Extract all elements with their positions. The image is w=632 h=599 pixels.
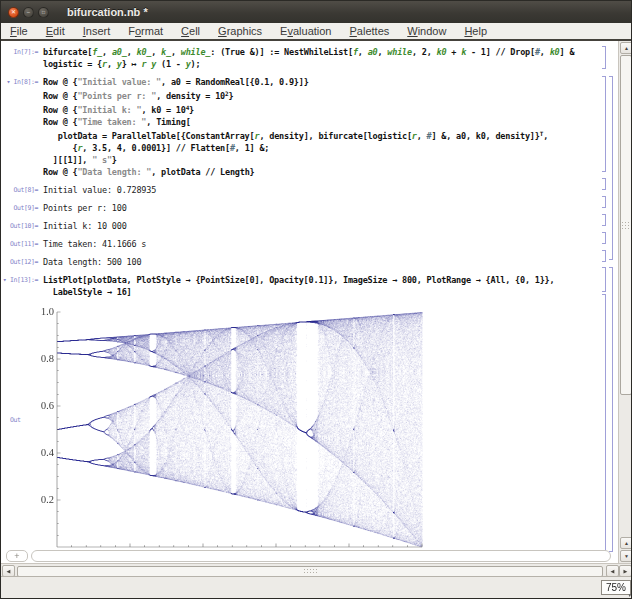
scroll-right-icon: ▶ — [624, 569, 628, 574]
code-line[interactable]: plotData = ParallelTable[{ConstantArray[… — [43, 128, 601, 142]
cell-bracket[interactable] — [602, 76, 606, 172]
cell-bracket[interactable] — [602, 250, 606, 262]
minimize-button[interactable]: − — [23, 7, 34, 18]
code-line[interactable]: Row @ {"Initial k: ", k0 = 104} — [43, 102, 601, 116]
cell-group-bracket[interactable] — [609, 267, 613, 552]
code-line[interactable]: {r, 3.5, 4, 0.0001}] // Flatten[#, 1] &; — [43, 142, 601, 154]
output-text: Data length: 500 100 — [43, 256, 601, 268]
cell-label: Out[9]= — [1, 204, 38, 212]
cell-bracket[interactable] — [602, 46, 606, 69]
cell-label: ▾ In[13]:= — [1, 276, 38, 284]
titlebar: ✕ − □ bifurcation.nb * — [1, 1, 631, 23]
notebook-cells: In[7]:=bifurcate[f_, a0_, k0_, k_, while… — [1, 41, 601, 563]
cell-label: Out[11]= — [1, 240, 38, 248]
bifurcation-plot[interactable] — [21, 304, 435, 562]
cell-bracket[interactable] — [602, 178, 606, 190]
cell-bracket[interactable] — [602, 214, 606, 226]
code-line[interactable]: ListPlot[plotData, PlotStyle → {PointSiz… — [43, 274, 601, 286]
cell-bracket[interactable] — [602, 196, 606, 208]
menu-help[interactable]: Help — [455, 24, 496, 39]
code-line[interactable]: bifurcate[f_, a0_, k0_, k_, while_: (Tru… — [43, 46, 601, 58]
scrollbar-grip — [303, 568, 317, 575]
insert-cell-plus-button[interactable]: + — [6, 550, 28, 562]
input-cell[interactable]: In[7]:=bifurcate[f_, a0_, k0_, k_, while… — [1, 46, 601, 70]
code-line[interactable]: Row @ {"Time taken: ", Timing[ — [43, 116, 601, 128]
input-cell[interactable]: ▾ In[13]:=ListPlot[plotData, PlotStyle →… — [1, 274, 601, 298]
scroll-down-icon: ▼ — [624, 554, 629, 559]
output-cell: Out[10]=Initial k: 10 000 — [1, 220, 601, 232]
plus-icon: + — [14, 551, 19, 561]
notebook-bottom-bar[interactable] — [31, 550, 611, 562]
window-title: bifurcation.nb * — [67, 6, 148, 18]
scroll-up-icon: ▲ — [624, 46, 629, 51]
menu-cell[interactable]: Cell — [172, 24, 209, 39]
statusbar: 75% ▾ — [1, 576, 632, 598]
code-line[interactable]: Row @ {"Data length: ", plotData // Leng… — [43, 166, 601, 178]
app-window: ✕ − □ bifurcation.nb * FileEditInsertFor… — [0, 0, 632, 599]
cell-label: Out[8]= — [1, 186, 38, 194]
menu-window[interactable]: Window — [398, 24, 455, 39]
menu-edit[interactable]: Edit — [37, 24, 74, 39]
code-line[interactable]: Row @ {"Points per r: ", density = 102} — [43, 88, 601, 102]
scroll-up-button-bottom[interactable]: ▲ — [620, 537, 632, 549]
cell-label: Out[12]= — [1, 258, 38, 266]
close-button[interactable]: ✕ — [8, 7, 19, 18]
vertical-scrollbar-thumb[interactable] — [620, 55, 632, 395]
maximize-button[interactable]: □ — [38, 7, 49, 18]
scroll-up-button[interactable]: ▲ — [620, 42, 632, 54]
cell-label: ▾ In[8]:= — [1, 78, 38, 86]
maximize-icon: □ — [42, 10, 45, 15]
cell-label: Out[10]= — [1, 222, 38, 230]
plot-cell: Out[13]= — [1, 304, 601, 562]
output-cell: Out[11]=Time taken: 41.1666 s — [1, 238, 601, 250]
scroll-left-icon: ◀ — [611, 569, 615, 574]
vertical-scrollbar[interactable]: ▲ ▲ ▼ — [618, 41, 632, 563]
menu-insert[interactable]: Insert — [74, 24, 120, 39]
output-text: Initial value: 0.728935 — [43, 184, 601, 196]
notebook-area[interactable]: In[7]:=bifurcate[f_, a0_, k0_, k_, while… — [1, 41, 632, 563]
output-text: Time taken: 41.1666 s — [43, 238, 601, 250]
magnification-value: 75% — [606, 582, 626, 593]
menu-graphics[interactable]: Graphics — [209, 24, 271, 39]
cell-bracket[interactable] — [602, 294, 606, 551]
scroll-up-icon: ▲ — [624, 541, 629, 546]
menu-palettes[interactable]: Palettes — [341, 24, 399, 39]
code-line[interactable]: Row @ {"Initial value: ", a0 = RandomRea… — [43, 76, 601, 88]
minimize-icon: − — [27, 9, 31, 15]
scrollbar-grip — [621, 221, 631, 229]
code-line[interactable]: LabelStyle → 16] — [43, 286, 601, 298]
magnification-control[interactable]: 75% — [601, 580, 631, 595]
output-cell: Out[9]=Points per r: 100 — [1, 202, 601, 214]
cell-bracket[interactable] — [602, 267, 606, 292]
output-text: Points per r: 100 — [43, 202, 601, 214]
menubar: FileEditInsertFormatCellGraphicsEvaluati… — [1, 23, 631, 39]
input-cell[interactable]: ▾ In[8]:=Row @ {"Initial value: ", a0 = … — [1, 76, 601, 178]
menu-file[interactable]: File — [1, 24, 37, 39]
code-line[interactable]: logistic = {r, y} ↦ r y (1 - y); — [43, 58, 601, 70]
output-cell: Out[8]=Initial value: 0.728935 — [1, 184, 601, 196]
cell-group-bracket[interactable] — [609, 76, 613, 260]
menu-evaluation[interactable]: Evaluation — [271, 24, 340, 39]
scroll-left-icon: ◀ — [7, 569, 11, 574]
magnification-caret-icon: ▾ — [628, 593, 631, 598]
cell-label: In[7]:= — [1, 48, 38, 56]
output-text: Initial k: 10 000 — [43, 220, 601, 232]
menu-format[interactable]: Format — [119, 24, 172, 39]
cell-bracket[interactable] — [602, 232, 606, 244]
close-icon: ✕ — [11, 9, 16, 15]
code-line[interactable]: ][[1]], " s"} — [43, 154, 601, 166]
output-cell: Out[12]=Data length: 500 100 — [1, 256, 601, 268]
scroll-down-button[interactable]: ▼ — [620, 550, 632, 562]
